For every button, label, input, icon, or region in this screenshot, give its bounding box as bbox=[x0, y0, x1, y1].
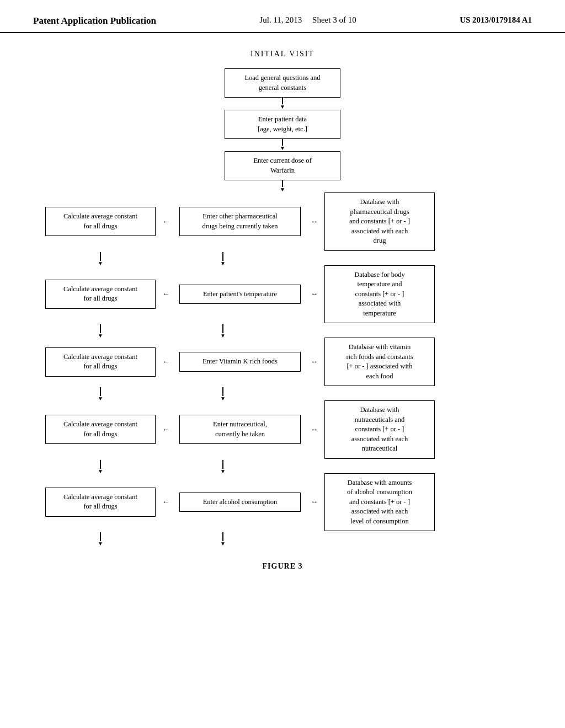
page-header: Patent Application Publication Jul. 11, … bbox=[0, 0, 565, 33]
header-date: Jul. 11, 2013 bbox=[259, 15, 302, 24]
box-calc-avg-5: Calculate average constant for all drugs bbox=[45, 488, 156, 517]
arrow-both-2: ↔ bbox=[311, 290, 318, 298]
box-db-vitamin: Database with vitamin rich foods and con… bbox=[324, 338, 435, 386]
down-arrow-center-4: ▼ bbox=[162, 459, 284, 474]
down-arrow-left-4: ▼ bbox=[45, 459, 156, 474]
down-arrow-center-2: ▼ bbox=[162, 323, 284, 339]
arrow-both-4: ↔ bbox=[311, 425, 318, 434]
box-db-temperature: Database for body temperature and consta… bbox=[324, 265, 435, 324]
publication-label: Patent Application Publication bbox=[33, 15, 156, 26]
down-arrow-left-3: ▼ bbox=[45, 386, 156, 402]
box-load-questions: Load general questions and general const… bbox=[225, 68, 340, 98]
box-calc-avg-3: Calculate average constant for all drugs bbox=[45, 347, 156, 377]
flow-row-5: Calculate average constant for all drugs… bbox=[45, 473, 520, 532]
down-arrow-left-1: ▼ bbox=[45, 251, 156, 266]
header-center: Jul. 11, 2013 Sheet 3 of 10 bbox=[259, 15, 356, 25]
arrow-both-5: ↔ bbox=[311, 497, 318, 506]
connector-1: ▼ ▼ bbox=[45, 251, 520, 265]
col-left-1: Calculate average constant for all drugs bbox=[45, 207, 156, 236]
box-alcohol: Enter alcohol consumption bbox=[179, 493, 301, 512]
flow-row-1: Calculate average constant for all drugs… bbox=[45, 192, 520, 251]
arrow-left-1: ← bbox=[162, 217, 169, 226]
flowchart: Load general questions and general const… bbox=[45, 68, 520, 545]
flow-row-2: Calculate average constant for all drugs… bbox=[45, 265, 520, 324]
col-center-1: Enter other pharmaceutical drugs being c… bbox=[179, 207, 301, 236]
connector-3: ▼ ▼ bbox=[45, 386, 520, 400]
col-right-1: Database with pharmaceutical drugs and c… bbox=[324, 192, 435, 251]
arrow-left-5: ← bbox=[162, 497, 169, 506]
box-nutraceutical: Enter nutraceutical, currently be taken bbox=[179, 415, 301, 444]
arrow-left-4: ← bbox=[162, 425, 169, 434]
flow-row-3: Calculate average constant for all drugs… bbox=[45, 338, 520, 386]
box-calc-avg-4: Calculate average constant for all drugs bbox=[45, 415, 156, 444]
main-content: INITIAL VISIT Load general questions and… bbox=[0, 33, 565, 593]
header-sheet: Sheet 3 of 10 bbox=[312, 15, 356, 24]
down-arrow-left-5: ▼ bbox=[45, 531, 156, 547]
box-temperature: Enter patient's temperature bbox=[179, 285, 301, 304]
box-warfarin-dose: Enter current dose of Warfarin bbox=[225, 151, 340, 180]
box-pharma-drugs: Enter other pharmaceutical drugs being c… bbox=[179, 207, 301, 236]
connector-2: ▼ ▼ bbox=[45, 323, 520, 338]
arrow-both-1: ↔ bbox=[311, 217, 318, 226]
col-left-5: Calculate average constant for all drugs bbox=[45, 488, 156, 517]
col-center-2: Enter patient's temperature bbox=[179, 285, 301, 304]
col-right-3: Database with vitamin rich foods and con… bbox=[324, 338, 435, 386]
col-left-2: Calculate average constant for all drugs bbox=[45, 280, 156, 309]
arrow-left-2: ← bbox=[162, 290, 169, 298]
col-left-3: Calculate average constant for all drugs bbox=[45, 347, 156, 377]
col-right-5: Database with amounts of alcohol consump… bbox=[324, 473, 435, 532]
arrow-left-3: ← bbox=[162, 357, 169, 366]
col-right-4: Database with nutraceuticals and constan… bbox=[324, 400, 435, 459]
arrow-both-3: ↔ bbox=[311, 357, 318, 366]
box-vitamin-k: Enter Vitamin K rich foods bbox=[179, 352, 301, 372]
col-center-4: Enter nutraceutical, currently be taken bbox=[179, 415, 301, 444]
box-patient-data: Enter patient data [age, weight, etc.] bbox=[225, 110, 340, 139]
connector-5: ▼ ▼ bbox=[45, 531, 520, 545]
down-arrow-center-3: ▼ bbox=[162, 386, 284, 402]
col-right-2: Database for body temperature and consta… bbox=[324, 265, 435, 324]
box-db-alcohol: Database with amounts of alcohol consump… bbox=[324, 473, 435, 532]
col-center-3: Enter Vitamin K rich foods bbox=[179, 352, 301, 372]
patent-number: US 2013/0179184 A1 bbox=[460, 15, 532, 25]
connector-4: ▼ ▼ bbox=[45, 459, 520, 473]
box-calc-avg-1: Calculate average constant for all drugs bbox=[45, 207, 156, 236]
box-calc-avg-2: Calculate average constant for all drugs bbox=[45, 280, 156, 309]
col-left-4: Calculate average constant for all drugs bbox=[45, 415, 156, 444]
box-db-nutraceutical: Database with nutraceuticals and constan… bbox=[324, 400, 435, 459]
top-section: Load general questions and general const… bbox=[225, 68, 340, 192]
col-center-5: Enter alcohol consumption bbox=[179, 493, 301, 512]
down-arrow-left-2: ▼ bbox=[45, 323, 156, 339]
section-title: INITIAL VISIT bbox=[250, 50, 315, 58]
box-db-pharma: Database with pharmaceutical drugs and c… bbox=[324, 192, 435, 251]
figure-caption: FIGURE 3 bbox=[263, 562, 303, 571]
flow-row-4: Calculate average constant for all drugs… bbox=[45, 400, 520, 459]
down-arrow-center-5: ▼ bbox=[162, 531, 284, 547]
down-arrow-center-1: ▼ bbox=[162, 251, 284, 266]
